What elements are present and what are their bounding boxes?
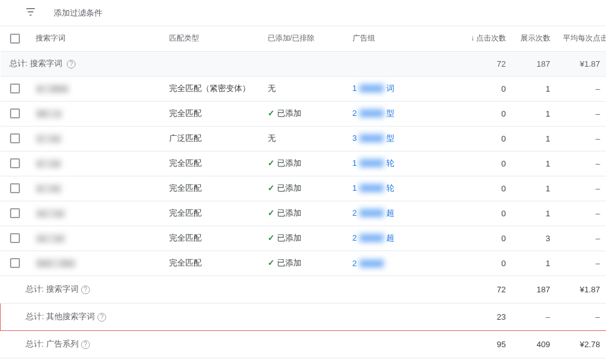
ad-group-link[interactable]: 2 xxxxx 超 — [346, 226, 464, 251]
footer-search-terms-row: 总计: 搜索字词? 72 187 ¥1.87 — [1, 275, 607, 303]
filter-bar: 添加过滤条件 — [0, 0, 606, 26]
footer-other-impr: – — [512, 303, 557, 330]
check-icon: ✓ — [268, 108, 275, 118]
totals-top-clicks: 72 — [464, 51, 512, 76]
check-icon: ✓ — [268, 158, 275, 168]
table-row: 90 s完全匹配✓已添加2 xxxxx 型01– — [1, 101, 607, 126]
row-checkbox[interactable] — [10, 133, 20, 143]
cell-cpc: – — [557, 151, 607, 176]
cell-impr: 1 — [512, 126, 557, 151]
added-status: 无 — [261, 126, 346, 151]
search-term-text: xx xx — [36, 209, 66, 218]
totals-top-row: 总计: 搜索字词 ? 72 187 ¥1.87 — [1, 51, 607, 76]
col-header-cpc[interactable]: 平均每次点击 — [557, 26, 607, 51]
check-icon: ✓ — [268, 258, 275, 267]
footer-other-label: 总计: 其他搜索字词 — [26, 312, 95, 321]
col-header-clicks[interactable]: ↓点击次数 — [464, 26, 512, 51]
col-header-impr[interactable]: 展示次数 — [512, 26, 557, 51]
help-icon[interactable]: ? — [97, 313, 106, 322]
cell-impr: 1 — [512, 251, 557, 275]
table-row: 1 xx广泛匹配无3 xxxxx 型01– — [1, 126, 607, 151]
cell-clicks: 0 — [464, 201, 512, 226]
table-row: e 00m完全匹配（紧密变体）无1 xxxxx 词01– — [1, 76, 607, 101]
ad-group-link[interactable]: 2 xxxxx 超 — [346, 201, 464, 226]
search-term-text: e 00m — [36, 84, 70, 93]
row-checkbox[interactable] — [10, 258, 20, 268]
col-header-term[interactable]: 搜索字词 — [29, 26, 163, 51]
row-checkbox[interactable] — [10, 183, 20, 193]
match-type-text: 完全匹配 — [163, 201, 261, 226]
table-row: xx xx完全匹配✓已添加2 xxxxx 超03– — [1, 226, 607, 251]
cell-impr: 1 — [512, 151, 557, 176]
match-type-text: 广泛匹配 — [163, 126, 261, 151]
col-header-added[interactable]: 已添加/已排除 — [261, 26, 346, 51]
totals-top-cpc: ¥1.87 — [557, 51, 607, 76]
footer-campaign-row: 总计: 广告系列? 95 409 ¥2.78 — [1, 330, 607, 358]
cell-clicks: 0 — [464, 251, 512, 275]
cell-clicks: 0 — [464, 126, 512, 151]
search-term-text: e xx — [36, 159, 62, 168]
row-checkbox[interactable] — [10, 108, 20, 118]
sort-desc-icon: ↓ — [471, 34, 475, 42]
search-term-text: 90 s — [36, 109, 62, 118]
totals-top-impr: 187 — [512, 51, 557, 76]
row-checkbox[interactable] — [10, 233, 20, 243]
cell-clicks: 0 — [464, 176, 512, 201]
footer-search-terms-cpc: ¥1.87 — [557, 275, 607, 303]
cell-cpc: – — [557, 101, 607, 126]
footer-other-clicks: 23 — [464, 303, 512, 330]
col-header-group[interactable]: 广告组 — [346, 26, 464, 51]
cell-clicks: 0 — [464, 101, 512, 126]
filter-icon[interactable] — [25, 6, 36, 19]
added-status: 无 — [261, 76, 346, 101]
footer-search-terms-label: 总计: 搜索字词 — [26, 284, 79, 294]
footer-other-row: 总计: 其他搜索字词? 23 – – — [1, 303, 607, 330]
search-term-text: 1 xx — [36, 134, 62, 143]
ad-group-link[interactable]: 1 xxxxx 轮 — [346, 151, 464, 176]
row-checkbox[interactable] — [10, 84, 20, 93]
footer-campaign-label: 总计: 广告系列 — [26, 339, 79, 348]
added-status: ✓已添加 — [261, 251, 346, 275]
totals-top-label: 总计: 搜索字词 — [9, 59, 62, 68]
help-icon[interactable]: ? — [67, 60, 76, 69]
table-row: 002 30s完全匹配✓已添加2 xxxxx 01– — [1, 251, 607, 275]
match-type-text: 完全匹配 — [163, 176, 261, 201]
ad-group-link[interactable]: 2 xxxxx 型 — [346, 101, 464, 126]
ad-group-link[interactable]: 1 xxxxx 词 — [346, 76, 464, 101]
footer-campaign-impr: 409 — [512, 330, 557, 358]
cell-impr: 1 — [512, 201, 557, 226]
search-term-text: e xx — [36, 184, 62, 193]
row-checkbox[interactable] — [10, 158, 20, 168]
ad-group-link[interactable]: 2 xxxxx — [346, 251, 464, 275]
check-icon: ✓ — [268, 208, 275, 218]
add-filter-link[interactable]: 添加过滤条件 — [54, 7, 102, 19]
footer-search-terms-clicks: 72 — [464, 275, 512, 303]
cell-cpc: – — [557, 201, 607, 226]
cell-impr: 1 — [512, 101, 557, 126]
cell-clicks: 0 — [464, 151, 512, 176]
cell-impr: 3 — [512, 226, 557, 251]
added-status: ✓已添加 — [261, 201, 346, 226]
cell-cpc: – — [557, 126, 607, 151]
cell-cpc: – — [557, 251, 607, 275]
cell-cpc: – — [557, 226, 607, 251]
help-icon[interactable]: ? — [81, 340, 90, 349]
check-icon: ✓ — [268, 233, 275, 242]
ad-group-link[interactable]: 3 xxxxx 型 — [346, 126, 464, 151]
match-type-text: 完全匹配 — [163, 101, 261, 126]
added-status: ✓已添加 — [261, 151, 346, 176]
search-term-text: 002 30s — [36, 259, 76, 268]
col-header-match[interactable]: 匹配类型 — [163, 26, 261, 51]
row-checkbox[interactable] — [10, 208, 20, 218]
header-row: 搜索字词 匹配类型 已添加/已排除 广告组 ↓点击次数 展示次数 平均每次点击 — [1, 26, 607, 51]
help-icon[interactable]: ? — [81, 285, 90, 294]
cell-clicks: 0 — [464, 76, 512, 101]
select-all-checkbox[interactable] — [10, 34, 20, 44]
cell-clicks: 0 — [464, 226, 512, 251]
added-status: ✓已添加 — [261, 176, 346, 201]
match-type-text: 完全匹配 — [163, 251, 261, 275]
table-row: e xx完全匹配✓已添加1 xxxxx 轮01– — [1, 176, 607, 201]
ad-group-link[interactable]: 1 xxxxx 轮 — [346, 176, 464, 201]
match-type-text: 完全匹配 — [163, 151, 261, 176]
cell-cpc: – — [557, 176, 607, 201]
